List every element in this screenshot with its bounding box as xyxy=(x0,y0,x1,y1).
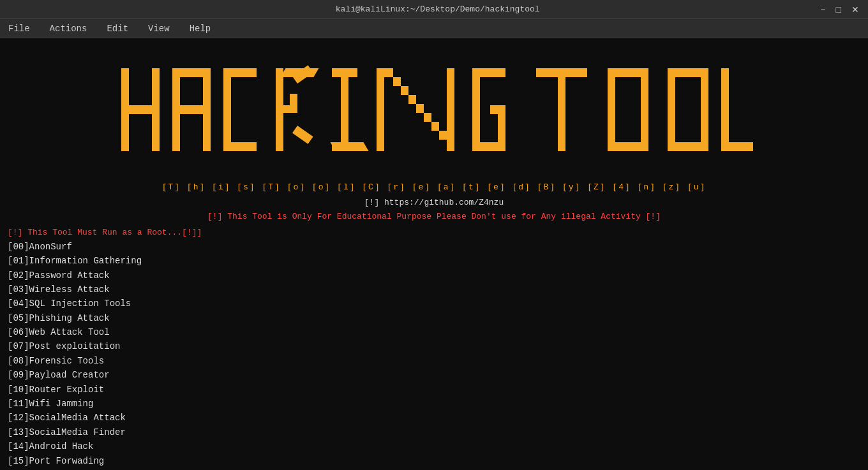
menu-list-item: [13]SocialMedia Finder xyxy=(8,425,860,439)
svg-rect-15 xyxy=(280,68,318,77)
menu-help[interactable]: Help xyxy=(184,22,216,35)
ascii-art-text: .lt { fill: #f5a623; font-family: 'Couri… xyxy=(115,48,753,179)
menu-list-item: [11]Wifi Jamming xyxy=(8,397,860,411)
svg-rect-42 xyxy=(675,68,701,77)
svg-rect-10 xyxy=(276,68,283,151)
svg-rect-1 xyxy=(129,105,152,114)
menu-edit[interactable]: Edit xyxy=(101,22,133,35)
svg-rect-14 xyxy=(292,126,313,144)
window-title: kali@kaliLinux:~/Desktop/Demo/hackingtoo… xyxy=(57,4,818,14)
svg-rect-41 xyxy=(668,68,675,151)
title-bar: kali@kaliLinux:~/Desktop/Demo/hackingtoo… xyxy=(0,0,868,19)
menu-list-item: [02]Password Attack xyxy=(8,268,860,283)
subtitle-line: [T] [h] [i] [s] [T] [o] [o] [l] [C] [r] … xyxy=(8,182,860,193)
svg-rect-7 xyxy=(223,68,231,151)
svg-rect-36 xyxy=(558,77,565,151)
github-link: [!] https://github.com/Z4nzu xyxy=(8,197,860,209)
menu-list-item: [12]SocialMedia Attack xyxy=(8,411,860,425)
svg-rect-38 xyxy=(615,68,641,77)
menu-list-item: [14]Android Hack xyxy=(8,439,860,453)
svg-rect-18 xyxy=(341,77,348,142)
menu-list-item: [09]Payload Creator xyxy=(8,368,860,382)
svg-rect-29 xyxy=(447,68,454,151)
svg-rect-19 xyxy=(332,142,357,151)
menu-list-item: [06]Web Attack Tool xyxy=(8,325,860,339)
svg-rect-40 xyxy=(641,68,648,151)
must-root-text: [!] This Tool Must Run as a Root...[!]] xyxy=(8,227,860,239)
menu-list-item: [04]SQL Injection Tools xyxy=(8,297,860,311)
warning-text: [!] This Tool is Only For Educational Pu… xyxy=(8,211,860,223)
svg-rect-37 xyxy=(608,68,615,151)
svg-rect-21 xyxy=(384,68,393,77)
svg-rect-43 xyxy=(675,142,701,151)
svg-rect-45 xyxy=(721,68,729,151)
svg-rect-26 xyxy=(424,113,431,122)
svg-rect-17 xyxy=(332,68,357,77)
svg-rect-34 xyxy=(490,105,505,114)
svg-rect-4 xyxy=(180,68,203,77)
menu-file[interactable]: File xyxy=(3,22,35,35)
svg-rect-27 xyxy=(431,122,439,131)
svg-rect-11 xyxy=(283,105,290,113)
menu-list-item: [00]AnonSurf xyxy=(8,240,860,254)
maximize-button[interactable]: □ xyxy=(834,4,844,15)
svg-rect-6 xyxy=(180,105,203,114)
svg-rect-22 xyxy=(393,77,401,86)
svg-rect-0 xyxy=(121,68,129,151)
svg-rect-12 xyxy=(290,94,297,113)
svg-rect-39 xyxy=(615,142,641,151)
menu-list-item: [08]Forensic Tools xyxy=(8,354,860,368)
menu-list-item: [05]Phishing Attack xyxy=(8,311,860,325)
window-controls[interactable]: − □ ✕ xyxy=(818,4,862,15)
svg-rect-30 xyxy=(472,68,480,151)
svg-rect-44 xyxy=(701,68,708,151)
svg-rect-35 xyxy=(536,68,587,77)
svg-rect-2 xyxy=(152,68,160,151)
svg-rect-31 xyxy=(480,68,505,77)
svg-rect-25 xyxy=(416,104,424,113)
svg-rect-5 xyxy=(203,68,211,151)
menu-list-item: [01]Information Gathering xyxy=(8,254,860,268)
svg-rect-24 xyxy=(408,95,416,104)
menu-list-item: [15]Port Forwading xyxy=(8,454,860,468)
menu-actions[interactable]: Actions xyxy=(45,22,93,35)
svg-rect-9 xyxy=(231,142,257,151)
svg-rect-3 xyxy=(172,68,180,151)
menu-list: [00]AnonSurf[01]Information Gathering[02… xyxy=(8,240,860,470)
ascii-art-banner: .lt { fill: #f5a623; font-family: 'Couri… xyxy=(8,48,860,179)
minimize-button[interactable]: − xyxy=(818,4,828,15)
svg-rect-28 xyxy=(439,131,447,140)
svg-rect-20 xyxy=(377,68,384,151)
svg-rect-32 xyxy=(480,142,505,151)
svg-rect-8 xyxy=(231,68,257,77)
menu-list-item: [03]Wireless Attack xyxy=(8,283,860,297)
menu-bar: File Actions Edit View Help xyxy=(0,19,868,38)
menu-list-item: [10]Router Exploit xyxy=(8,383,860,397)
terminal[interactable]: .lt { fill: #f5a623; font-family: 'Couri… xyxy=(0,38,868,470)
svg-rect-23 xyxy=(401,86,408,95)
close-button[interactable]: ✕ xyxy=(849,4,862,15)
menu-list-item: [07]Post exploitation xyxy=(8,339,860,353)
svg-rect-46 xyxy=(729,142,753,151)
menu-view[interactable]: View xyxy=(143,22,175,35)
